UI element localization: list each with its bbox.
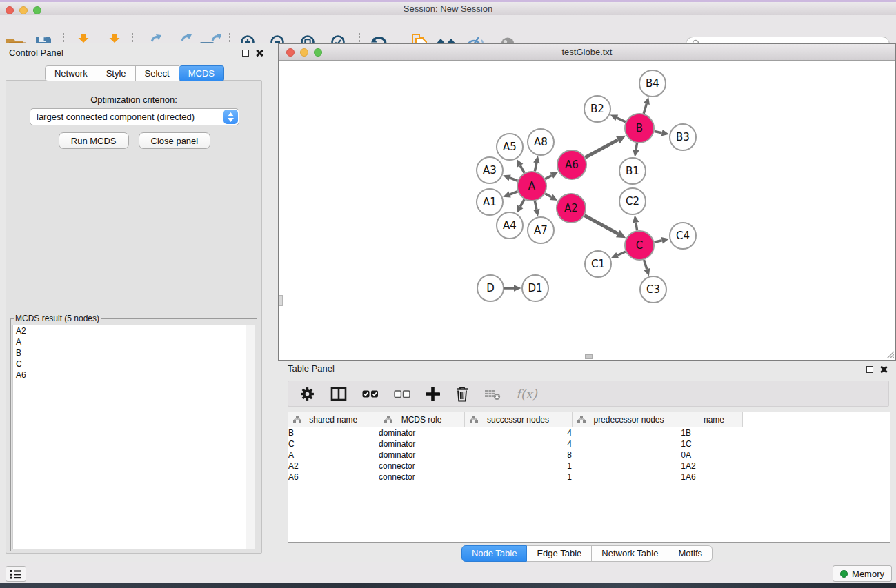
edge-A2-C[interactable] — [584, 216, 618, 234]
tab-mcds[interactable]: MCDS — [179, 65, 224, 81]
column-header-shared-name[interactable]: shared name — [288, 412, 379, 427]
edge-A-A6[interactable] — [545, 176, 551, 179]
edge-B-B4[interactable] — [644, 104, 646, 114]
table-settings-button[interactable] — [299, 383, 315, 404]
mcds-result-item[interactable]: B — [13, 347, 255, 358]
edge-A-A4[interactable] — [520, 199, 524, 207]
edge-arrowhead — [633, 215, 639, 223]
tab-node-table[interactable]: Node Table — [461, 545, 528, 562]
tab-motifs[interactable]: Motifs — [668, 545, 713, 562]
mcds-result-item[interactable]: A2 — [13, 325, 255, 336]
main-area: Control Panel NetworkStyleSelectMCDS Opt… — [0, 43, 896, 562]
close-panel-button[interactable]: Close panel — [139, 132, 211, 149]
checked-boxes-icon — [362, 389, 379, 398]
table-row[interactable]: Bdominator41B — [288, 427, 890, 439]
column-header-filler — [742, 412, 890, 427]
edge-A-A1[interactable] — [510, 192, 517, 194]
mcds-result-item[interactable]: A6 — [13, 369, 255, 381]
memory-button[interactable]: Memory — [833, 565, 892, 582]
mcds-result-title: MCDS result (5 nodes) — [14, 314, 101, 323]
edge-A-A2[interactable] — [545, 194, 551, 197]
resize-grip-icon[interactable] — [885, 349, 894, 358]
node-label-C2: C2 — [626, 195, 639, 207]
edge-A6-B[interactable] — [585, 140, 617, 158]
plus-icon — [426, 387, 440, 401]
node-label-A1: A1 — [483, 196, 497, 208]
edge-A-A8[interactable] — [535, 163, 536, 171]
mcds-result-item[interactable]: C — [13, 358, 255, 369]
edge-C-C2[interactable] — [636, 223, 637, 231]
network-graph: B4B2BB3A8A5A6A3B1AC2A1A2A4A7C4CC1DD1C3 — [279, 61, 895, 360]
node-label-A8: A8 — [534, 136, 548, 148]
mcds-result-list[interactable]: A2ABCA6 — [12, 325, 255, 549]
edge-C-C4[interactable] — [654, 241, 661, 243]
function-builder-button[interactable]: f(x) — [516, 383, 537, 404]
table-row[interactable]: A2connector11A2 — [288, 460, 890, 472]
edge-A-A7[interactable] — [535, 201, 536, 210]
deselect-all-button[interactable] — [394, 383, 410, 404]
tab-style[interactable]: Style — [97, 65, 136, 81]
mcds-result-item[interactable]: A — [13, 336, 255, 347]
select-stepper-icon — [223, 110, 238, 124]
close-table-panel-icon[interactable] — [879, 365, 888, 374]
select-all-button[interactable] — [362, 383, 379, 404]
attribute-tree-icon — [293, 416, 301, 423]
node-label-B: B — [636, 122, 643, 134]
criterion-label: Optimization criterion: — [6, 94, 261, 105]
edge-A-A5[interactable] — [520, 165, 524, 173]
close-panel-icon[interactable] — [255, 49, 263, 57]
column-header-successor-nodes[interactable]: successor nodes — [464, 412, 572, 427]
tab-edge-table[interactable]: Edge Table — [527, 545, 592, 562]
edge-arrowhead — [533, 156, 539, 163]
float-panel-icon[interactable] — [242, 50, 249, 57]
canvas-scroll-thumb-v[interactable] — [279, 295, 283, 306]
delete-table-button[interactable] — [484, 383, 501, 404]
edge-B-B1[interactable] — [636, 143, 637, 150]
zoom-network-button[interactable] — [314, 48, 322, 57]
memory-status-icon — [840, 570, 848, 578]
column-header-name[interactable]: name — [686, 412, 742, 427]
close-network-button[interactable] — [286, 48, 295, 57]
network-window: testGlobe.txt B4B2BB3A8A5A6A3B1AC2A1A2A4… — [278, 43, 896, 361]
edge-arrowhead — [503, 174, 511, 181]
column-header-predecessor-nodes[interactable]: predecessor nodes — [572, 412, 686, 427]
run-mcds-button[interactable]: Run MCDS — [59, 132, 129, 149]
minimize-window-button[interactable] — [19, 6, 28, 14]
node-label-A6: A6 — [565, 159, 579, 171]
app-titlebar: Session: New Session — [0, 2, 896, 15]
tab-select[interactable]: Select — [136, 65, 179, 81]
gear-icon — [299, 386, 315, 402]
edge-B-B3[interactable] — [655, 131, 662, 132]
node-label-B2: B2 — [590, 103, 604, 115]
tab-network-table[interactable]: Network Table — [592, 545, 668, 562]
zoom-window-button[interactable] — [33, 6, 41, 14]
task-history-button[interactable] — [6, 566, 26, 582]
delete-table-icon — [484, 387, 501, 401]
node-label-C4: C4 — [676, 230, 690, 242]
column-view-icon — [330, 387, 347, 401]
edge-C-C1[interactable] — [617, 252, 626, 255]
table-row[interactable]: Adominator80A — [288, 449, 890, 460]
canvas-scroll-thumb[interactable] — [585, 354, 593, 359]
edge-B-B2[interactable] — [617, 118, 626, 122]
delete-column-button[interactable] — [455, 383, 469, 404]
node-table[interactable]: shared nameMCDS rolesuccessor nodesprede… — [288, 412, 890, 543]
network-window-titlebar[interactable]: testGlobe.txt — [279, 44, 895, 61]
column-header-MCDS-role[interactable]: MCDS role — [379, 412, 464, 427]
close-window-button[interactable] — [6, 6, 14, 14]
control-panel-title: Control Panel — [9, 48, 63, 58]
criterion-select[interactable]: largest connected component (directed) — [30, 108, 239, 125]
table-row[interactable]: A6connector11A6 — [288, 472, 890, 483]
minimize-network-button[interactable] — [300, 48, 308, 57]
edge-C-C3[interactable] — [644, 260, 647, 269]
create-column-button[interactable] — [426, 383, 440, 404]
criterion-value: largest connected component (directed) — [30, 112, 223, 122]
list-scrollbar[interactable] — [246, 325, 255, 549]
edge-A-A3[interactable] — [510, 178, 517, 181]
edge-arrowhead — [633, 150, 639, 157]
network-canvas[interactable]: B4B2BB3A8A5A6A3B1AC2A1A2A4A7C4CC1DD1C3 — [279, 61, 895, 360]
show-columns-button[interactable] — [330, 383, 347, 404]
float-table-panel-icon[interactable] — [866, 366, 873, 373]
tab-network[interactable]: Network — [45, 65, 97, 81]
table-row[interactable]: Cdominator41C — [288, 438, 890, 449]
